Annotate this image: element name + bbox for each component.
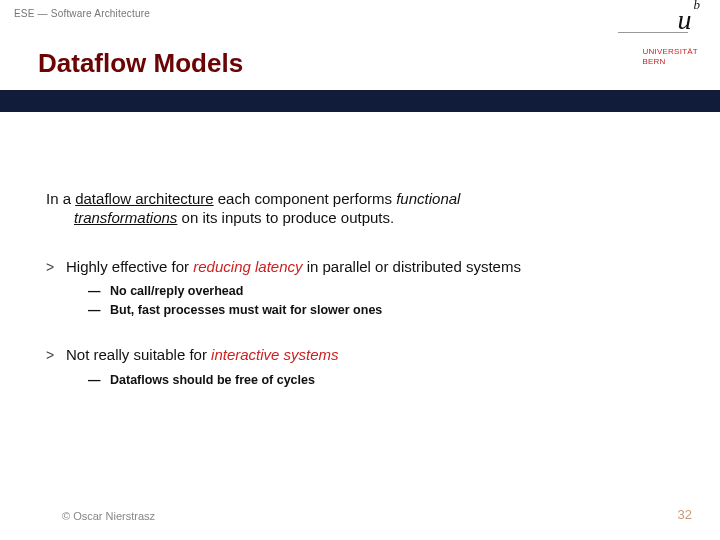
header-bar (0, 90, 720, 112)
sub-text: But, fast processes must wait for slower… (110, 301, 382, 320)
logo-line1: UNIVERSITÄT (642, 47, 698, 57)
sub-list: — Dataflows should be free of cycles (88, 371, 692, 390)
slide-body: In a dataflow architecture each componen… (46, 190, 692, 415)
dash-icon: — (88, 301, 110, 320)
bullet-item: > Not really suitable for interactive sy… (46, 346, 692, 390)
sub-text: No call/reply overhead (110, 282, 243, 301)
logo-subtext: UNIVERSITÄT BERN (618, 47, 698, 66)
footer-copyright: © Oscar Nierstrasz (62, 510, 155, 522)
intro-mid: each component performs (214, 190, 397, 207)
page-number: 32 (678, 507, 692, 522)
dash-icon: — (88, 282, 110, 301)
bullet-lead: Not really suitable for (66, 346, 211, 363)
sub-item: — But, fast processes must wait for slow… (88, 301, 692, 320)
intro-transformations: transformations (74, 209, 177, 226)
bullet-item: > Highly effective for reducing latency … (46, 258, 692, 320)
sub-text: Dataflows should be free of cycles (110, 371, 315, 390)
bullet-marker: > (46, 346, 66, 365)
bullet-marker: > (46, 258, 66, 277)
logo-mark: ub (678, 4, 699, 36)
logo-letter-u: u (678, 4, 692, 35)
intro-functional: functional (396, 190, 460, 207)
bullet-highlight: reducing latency (193, 258, 302, 275)
sub-item: — No call/reply overhead (88, 282, 692, 301)
logo-line2: BERN (642, 57, 698, 67)
dash-icon: — (88, 371, 110, 390)
intro-paragraph: In a dataflow architecture each componen… (46, 190, 692, 228)
sub-list: — No call/reply overhead — But, fast pro… (88, 282, 692, 320)
intro-term: dataflow architecture (75, 190, 213, 207)
bullet-highlight: interactive systems (211, 346, 339, 363)
university-logo: ub UNIVERSITÄT BERN (618, 4, 698, 66)
breadcrumb: ESE — Software Architecture (14, 8, 150, 19)
page-title: Dataflow Models (38, 48, 243, 79)
intro-tail: on its inputs to produce outputs. (177, 209, 394, 226)
sub-item: — Dataflows should be free of cycles (88, 371, 692, 390)
bullet-text: Not really suitable for interactive syst… (66, 346, 692, 365)
bullet-lead: Highly effective for (66, 258, 193, 275)
intro-pre: In a (46, 190, 75, 207)
logo-letter-b: b (694, 0, 701, 12)
bullet-text: Highly effective for reducing latency in… (66, 258, 692, 277)
bullet-tail: in parallel or distributed systems (303, 258, 521, 275)
